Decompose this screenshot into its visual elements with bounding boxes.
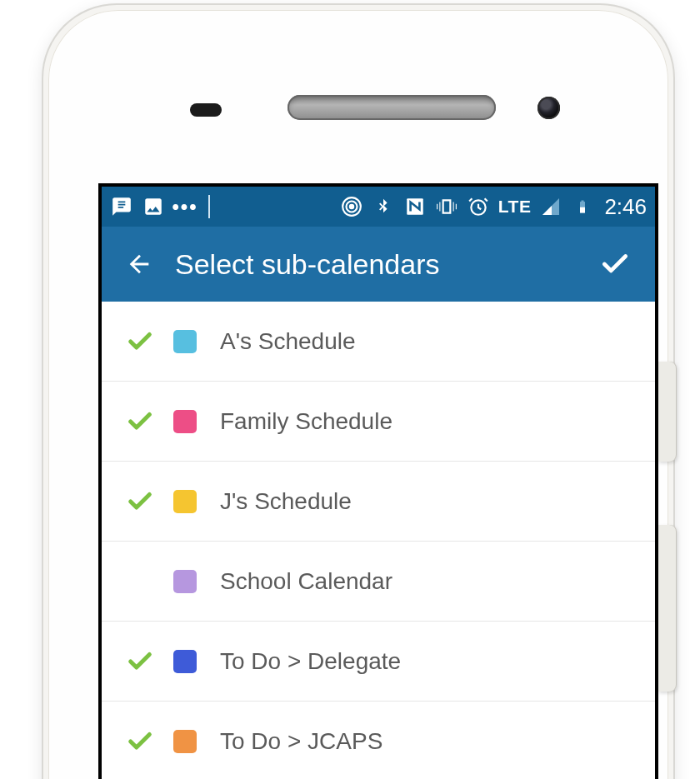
back-button[interactable]: [123, 248, 155, 280]
color-swatch: [173, 730, 197, 753]
screen: •••: [98, 183, 658, 779]
clock: 2:46: [604, 194, 647, 220]
message-icon: [110, 195, 133, 218]
status-bar: •••: [102, 187, 655, 227]
calendar-row[interactable]: To Do > Delegate: [102, 622, 655, 702]
color-swatch: [173, 570, 197, 593]
proximity-sensor: [190, 103, 222, 117]
calendar-row[interactable]: To Do > JCAPS: [102, 702, 655, 779]
svg-point-0: [350, 205, 353, 208]
calendar-row[interactable]: J's Schedule: [102, 462, 655, 542]
check-icon: [123, 407, 157, 436]
image-icon: [142, 195, 165, 218]
bluetooth-icon: [372, 195, 395, 218]
check-icon: [123, 567, 157, 596]
confirm-button[interactable]: [597, 246, 633, 282]
app-bar: Select sub-calendars: [102, 227, 655, 302]
calendar-row[interactable]: Family Schedule: [102, 382, 655, 462]
hotspot-icon: [340, 195, 363, 218]
check-icon: [123, 487, 157, 516]
calendar-label: To Do > JCAPS: [220, 728, 382, 755]
page-title: Select sub-calendars: [175, 248, 440, 281]
calendar-label: J's Schedule: [220, 488, 352, 515]
color-swatch: [173, 330, 197, 353]
calendar-row[interactable]: A's Schedule: [102, 302, 655, 382]
check-icon: [123, 327, 157, 356]
network-label: LTE: [498, 197, 532, 217]
volume-button[interactable]: [658, 525, 677, 692]
color-swatch: [173, 490, 197, 513]
power-button[interactable]: [658, 362, 677, 462]
check-icon: [123, 647, 157, 676]
calendar-label: Family Schedule: [220, 408, 392, 435]
calendar-label: To Do > Delegate: [220, 648, 401, 675]
calendar-label: A's Schedule: [220, 328, 356, 355]
svg-rect-5: [580, 207, 585, 213]
nfc-icon: [403, 195, 427, 218]
calendar-list: A's Schedule Family Schedule J's Schedul…: [102, 302, 655, 779]
color-swatch: [173, 650, 197, 673]
vibrate-icon: [435, 195, 458, 218]
speaker-grille: [288, 95, 496, 120]
alarm-icon: [467, 195, 490, 218]
battery-icon: [571, 195, 594, 218]
signal-icon: [539, 195, 562, 218]
color-swatch: [173, 410, 197, 433]
calendar-row[interactable]: School Calendar: [102, 542, 655, 622]
calendar-label: School Calendar: [220, 568, 392, 595]
more-icon: •••: [173, 195, 197, 218]
front-camera: [538, 97, 560, 119]
check-icon: [123, 727, 157, 756]
phone-frame: •••: [42, 3, 675, 779]
